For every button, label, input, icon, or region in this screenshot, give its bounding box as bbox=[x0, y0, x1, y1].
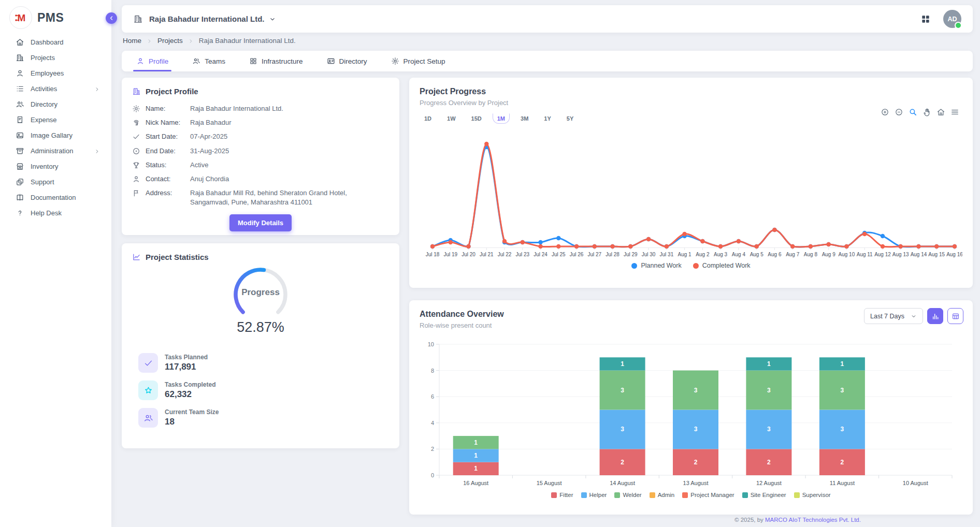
receipt-icon bbox=[16, 115, 24, 124]
field-value: Active bbox=[190, 160, 208, 170]
svg-text:Jul 24: Jul 24 bbox=[534, 252, 547, 257]
avatar[interactable]: AD bbox=[943, 10, 961, 28]
stat-tile bbox=[138, 408, 158, 428]
svg-text:3: 3 bbox=[694, 387, 698, 394]
breadcrumb-item-projects[interactable]: Projects bbox=[157, 37, 183, 45]
sidebar-item-dashboard[interactable]: Dashboard bbox=[0, 34, 111, 50]
sidebar-item-inventory[interactable]: Inventory bbox=[0, 158, 111, 174]
svg-text:Jul 20: Jul 20 bbox=[462, 252, 475, 257]
zoom-in-icon[interactable] bbox=[881, 108, 889, 116]
store-icon bbox=[16, 162, 24, 171]
tab-infrastructure[interactable]: Infrastructure bbox=[249, 51, 303, 71]
legend-item-planned-work[interactable]: Planned Work bbox=[631, 262, 681, 269]
legend-label: Planned Work bbox=[641, 262, 681, 269]
sidebar-item-administration[interactable]: Administration bbox=[0, 143, 111, 158]
line-chart-legend: Planned WorkCompleted Work bbox=[409, 262, 973, 269]
sidebar-item-documentation[interactable]: Documentation bbox=[0, 189, 111, 205]
profile-field-address: Address:Raja Bahadur Mill Rd, behind She… bbox=[132, 188, 389, 207]
svg-text:Aug 1: Aug 1 bbox=[678, 252, 692, 257]
range-1y[interactable]: 1Y bbox=[539, 113, 555, 124]
legend-label: Completed Work bbox=[702, 262, 751, 269]
legend-item-project-manager[interactable]: Project Manager bbox=[682, 492, 734, 498]
field-label: Nick Name: bbox=[146, 118, 185, 126]
sidebar-item-employees[interactable]: Employees bbox=[0, 65, 111, 81]
svg-text:Jul 31: Jul 31 bbox=[660, 252, 674, 257]
check-icon bbox=[143, 358, 153, 368]
svg-text:2: 2 bbox=[841, 459, 844, 466]
sidebar-item-label: Image Gallary bbox=[31, 131, 73, 139]
sidebar-collapse-button[interactable] bbox=[106, 12, 117, 24]
chevron-right-icon bbox=[94, 148, 100, 154]
svg-text:Aug 10: Aug 10 bbox=[839, 252, 855, 257]
legend-item-site-engineer[interactable]: Site Engineer bbox=[742, 492, 786, 498]
pan-icon[interactable] bbox=[923, 108, 931, 116]
home-icon[interactable] bbox=[936, 108, 945, 116]
range-15d[interactable]: 15D bbox=[467, 113, 486, 124]
sidebar-item-projects[interactable]: Projects bbox=[0, 50, 111, 65]
zoom-out-icon[interactable] bbox=[895, 108, 903, 116]
legend-item-helper[interactable]: Helper bbox=[581, 492, 607, 498]
legend-item-supervisor[interactable]: Supervisor bbox=[794, 492, 831, 498]
svg-text:1: 1 bbox=[621, 360, 624, 368]
range-1m[interactable]: 1M bbox=[493, 113, 510, 124]
legend-swatch bbox=[581, 492, 587, 498]
project-selector[interactable]: Raja Bahadur International Ltd. bbox=[149, 14, 265, 23]
sidebar: M PMS DashboardProjectsEmployeesActiviti… bbox=[0, 0, 111, 527]
menu-icon[interactable] bbox=[950, 108, 959, 116]
chart-toolbar bbox=[881, 108, 959, 116]
tab-profile[interactable]: Profile bbox=[136, 51, 168, 71]
legend-item-fitter[interactable]: Fitter bbox=[551, 492, 573, 498]
breadcrumb-separator-icon bbox=[188, 38, 194, 43]
chevron-down-icon[interactable] bbox=[269, 16, 276, 23]
range-3m[interactable]: 3M bbox=[516, 113, 533, 124]
chart-view-button[interactable] bbox=[927, 308, 943, 324]
legend-item-welder[interactable]: Welder bbox=[614, 492, 641, 498]
legend-item-admin[interactable]: Admin bbox=[650, 492, 675, 498]
table-icon bbox=[952, 312, 960, 320]
table-view-button[interactable] bbox=[947, 308, 963, 324]
stat-value: 117,891 bbox=[165, 362, 208, 372]
range-1w[interactable]: 1W bbox=[442, 113, 460, 124]
sidebar-item-directory[interactable]: Directory bbox=[0, 96, 111, 112]
tab-teams[interactable]: Teams bbox=[192, 51, 225, 71]
period-select[interactable]: Last 7 Days bbox=[864, 308, 923, 324]
svg-text:Aug 5: Aug 5 bbox=[750, 252, 764, 257]
selection-zoom-icon[interactable] bbox=[909, 108, 917, 116]
svg-text:2: 2 bbox=[694, 459, 698, 466]
sidebar-item-help-desk[interactable]: Help Desk bbox=[0, 205, 111, 221]
svg-text:3: 3 bbox=[621, 426, 624, 433]
range-5y[interactable]: 5Y bbox=[562, 113, 578, 124]
range-1d[interactable]: 1D bbox=[420, 113, 436, 124]
breadcrumb-item-home[interactable]: Home bbox=[123, 37, 141, 45]
attendance-bar-chart: 024681011116 August15 August233114 Augus… bbox=[409, 332, 973, 493]
profile-field-start-date: Start Date:07-Apr-2025 bbox=[132, 132, 389, 141]
online-status-dot bbox=[955, 22, 962, 29]
building-icon bbox=[132, 87, 141, 96]
svg-text:Jul 28: Jul 28 bbox=[606, 252, 619, 257]
breadcrumb-separator-icon bbox=[147, 38, 152, 43]
legend-swatch bbox=[682, 492, 688, 498]
breadcrumb: HomeProjectsRaja Bahadur International L… bbox=[123, 37, 296, 45]
legend-item-completed-work[interactable]: Completed Work bbox=[693, 262, 751, 269]
users-icon bbox=[192, 57, 200, 65]
legend-swatch bbox=[742, 492, 748, 498]
footer-link[interactable]: MARCO AIoT Technologies Pvt. Ltd. bbox=[765, 517, 861, 523]
modify-details-button[interactable]: Modify Details bbox=[229, 214, 292, 231]
svg-text:Aug 15: Aug 15 bbox=[928, 252, 945, 257]
field-value: 07-Apr-2025 bbox=[190, 132, 227, 141]
sidebar-item-expense[interactable]: Expense bbox=[0, 112, 111, 127]
field-value: Raja Bahadur Mill Rd, behind Sheraton Gr… bbox=[190, 188, 366, 207]
stat-tile bbox=[138, 380, 158, 400]
sidebar-item-image-gallary[interactable]: Image Gallary bbox=[0, 127, 111, 143]
home-icon bbox=[16, 38, 24, 47]
svg-text:4: 4 bbox=[431, 420, 434, 426]
legend-label: Welder bbox=[623, 492, 641, 498]
tab-directory[interactable]: Directory bbox=[327, 51, 367, 71]
apps-icon[interactable] bbox=[920, 14, 931, 24]
sidebar-item-activities[interactable]: Activities bbox=[0, 81, 111, 96]
sidebar-item-support[interactable]: Support bbox=[0, 174, 111, 189]
tab-project-setup[interactable]: Project Setup bbox=[391, 51, 445, 71]
svg-text:12 August: 12 August bbox=[756, 480, 782, 486]
app: M PMS DashboardProjectsEmployeesActiviti… bbox=[0, 0, 980, 527]
svg-text:13 August: 13 August bbox=[683, 480, 709, 486]
